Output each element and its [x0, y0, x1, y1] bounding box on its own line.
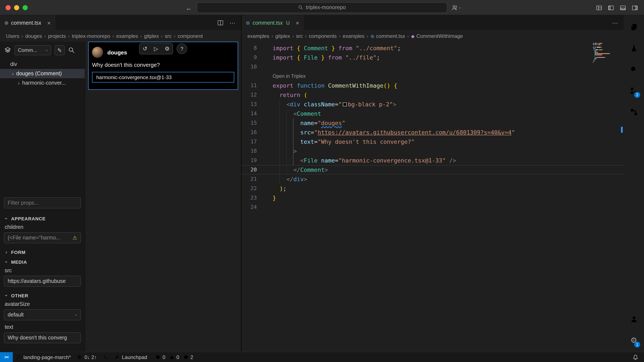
component-selector[interactable]: Comm... › — [14, 45, 51, 55]
help-button[interactable]: ? — [176, 43, 187, 54]
breadcrumb-item[interactable]: Users — [6, 33, 20, 39]
line-number[interactable]: 21 — [242, 175, 263, 184]
breadcrumb-item[interactable]: douges — [25, 33, 42, 39]
tab-comment-tsx[interactable]: ⊛ comment.tsx × — [0, 15, 55, 30]
breadcrumb-item[interactable]: component — [178, 33, 203, 39]
line-number[interactable]: 18 — [242, 146, 263, 156]
toggle-primary-sidebar-button[interactable] — [608, 4, 614, 11]
play-button[interactable]: ▷ — [150, 43, 162, 54]
section-header-other[interactable]: ›OTHER — [4, 291, 81, 300]
code-line-16[interactable]: 16 src="https://avatars.githubuserconten… — [242, 128, 624, 137]
preview-canvas[interactable]: douges Why doesn't this converge? harmon… — [85, 42, 241, 352]
zoom-window-button[interactable] — [22, 5, 28, 10]
line-number[interactable]: 24 — [242, 202, 263, 212]
code-line-9[interactable]: 9import { File } from "../file"; — [242, 53, 624, 62]
close-window-button[interactable] — [6, 5, 11, 10]
codelens-open-in-triplex[interactable]: Open in Triplex — [242, 71, 624, 81]
section-header-appearance[interactable]: ›APPEARANCE — [4, 213, 81, 223]
search-button[interactable] — [624, 59, 644, 80]
breadcrumb-item[interactable]: examples — [343, 33, 364, 39]
breadcrumb-item[interactable]: gitplex — [275, 33, 290, 39]
testing-button[interactable] — [624, 37, 644, 59]
edit-component-button[interactable]: ✎ — [54, 45, 65, 55]
code-line-8[interactable]: 8import { Comment } from "../comment"; — [242, 43, 624, 53]
close-tab-icon[interactable]: × — [47, 20, 51, 26]
breadcrumb-item[interactable]: triplex-monorepo — [72, 33, 110, 39]
breadcrumb-item[interactable]: projects — [48, 33, 66, 39]
back-button[interactable]: ← — [186, 4, 192, 11]
tree-item[interactable]: ›harmonic-conver... — [0, 78, 85, 88]
line-number[interactable]: 8 — [242, 43, 263, 53]
line-number[interactable]: 14 — [242, 109, 263, 118]
settings-gear-button[interactable]: ⚙ — [162, 43, 173, 54]
section-header-media[interactable]: ›MEDIA — [4, 257, 81, 267]
code-line-18[interactable]: 18 > — [242, 146, 624, 156]
pages-button[interactable] — [624, 16, 644, 37]
line-number[interactable]: 23 — [242, 193, 263, 202]
split-editor-icon[interactable] — [217, 19, 224, 26]
sync-status[interactable]: 0↓ 2↑ — [74, 352, 100, 362]
command-center-search[interactable]: triplex-monorepo — [197, 2, 447, 13]
settings-button[interactable]: ⚙1 — [624, 330, 644, 351]
customize-layout-button[interactable] — [596, 4, 602, 11]
profiles-button[interactable]: › — [452, 0, 461, 15]
line-number[interactable]: 22 — [242, 184, 263, 193]
chevron-right-icon[interactable]: › — [9, 70, 16, 77]
branch-status[interactable]: landing-page-march* — [13, 352, 74, 362]
line-number[interactable]: 17 — [242, 137, 263, 146]
problems-status[interactable]: 002 — [150, 352, 196, 362]
file-chip[interactable]: harmonic-convergence.tsx@1-33 — [92, 72, 234, 83]
prop-input-text[interactable]: Why doesn't this converg — [4, 332, 81, 343]
toggle-secondary-sidebar-button[interactable] — [632, 4, 638, 11]
breadcrumb-item[interactable]: ⊛comment.tsx — [370, 33, 405, 39]
minimap[interactable] — [593, 43, 618, 65]
search-icon[interactable] — [68, 47, 75, 54]
line-number[interactable]: 13 — [242, 100, 263, 109]
line-number[interactable]: 16 — [242, 128, 263, 137]
section-header-form[interactable]: ›FORM — [4, 247, 81, 257]
graph-status[interactable] — [100, 352, 111, 362]
remote-indicator[interactable]: >< — [0, 352, 13, 362]
layers-icon[interactable] — [4, 47, 11, 54]
line-number[interactable]: 9 — [242, 53, 263, 62]
line-number[interactable]: 20 — [242, 165, 263, 175]
breadcrumb-item[interactable]: ◆CommentWithImage — [411, 33, 463, 39]
breadcrumb-item[interactable]: src — [296, 33, 303, 39]
line-number[interactable]: 15 — [242, 118, 263, 128]
breadcrumb-item[interactable]: gitplex — [144, 33, 159, 39]
notifications-bell-icon[interactable] — [632, 354, 638, 360]
code-line-22[interactable]: 22 ); — [242, 184, 624, 193]
tab-comment-tsx-editor[interactable]: ⊛ comment.tsx U × — [242, 15, 304, 30]
breadcrumb-item[interactable]: examples — [248, 33, 270, 39]
code-line-10[interactable]: 10 — [242, 62, 624, 71]
code-line-15[interactable]: 15 name="douges" — [242, 118, 624, 128]
code-line-23[interactable]: 23} — [242, 193, 624, 202]
prop-input-avatarSize[interactable]: default› — [4, 309, 81, 320]
prop-input-children[interactable]: {<File name="harmo...⚠ — [4, 232, 81, 243]
more-actions-icon[interactable]: ⋯ — [612, 19, 618, 26]
components-button[interactable] — [624, 101, 644, 123]
code-line-19[interactable]: 19 <File name="harmonic-convergence.tsx@… — [242, 156, 624, 165]
breadcrumb-item[interactable]: examples — [116, 33, 138, 39]
code-line-17[interactable]: 17 text="Why doesn't this converge?" — [242, 137, 624, 146]
code-line-11[interactable]: 11export function CommentWithImage() { — [242, 81, 624, 90]
prop-input-src[interactable]: https://avatars.githubuse — [4, 276, 81, 287]
account-button[interactable] — [624, 308, 644, 330]
line-number[interactable]: 12 — [242, 90, 263, 100]
minimize-window-button[interactable] — [14, 5, 19, 10]
code-line-14[interactable]: 14 <Comment — [242, 109, 624, 118]
tree-item[interactable]: ›douges (Comment) — [0, 69, 85, 78]
editor-body[interactable]: 8import { Comment } from "../comment";9i… — [242, 42, 624, 352]
breadcrumb-item[interactable]: src — [165, 33, 172, 39]
code-line-21[interactable]: 21 </div> — [242, 175, 624, 184]
line-number[interactable]: 10 — [242, 62, 263, 71]
tree-item[interactable]: div — [0, 60, 85, 69]
breadcrumb-item[interactable]: components — [309, 33, 337, 39]
code-line-24[interactable]: 24 — [242, 202, 624, 212]
code-line-13[interactable]: 13 <div className="bg-black p-2"> — [242, 100, 624, 109]
toggle-panel-button[interactable] — [620, 4, 626, 11]
close-tab-icon[interactable]: × — [296, 20, 299, 26]
code-line-12[interactable]: 12 return ( — [242, 90, 624, 100]
undo-button[interactable]: ↺ — [140, 43, 150, 54]
chevron-right-icon[interactable]: › — [15, 80, 22, 86]
